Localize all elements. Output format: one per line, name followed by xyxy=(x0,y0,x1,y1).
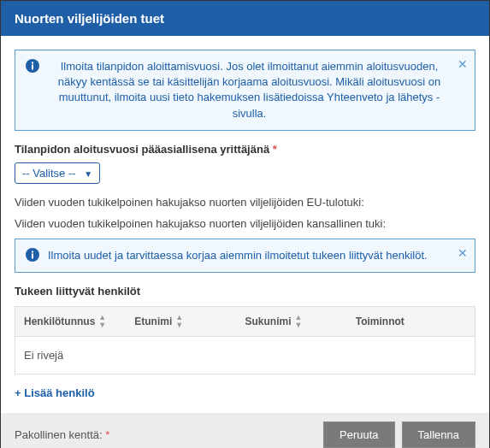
persons-table: Henkilötunnus ▲▼ Etunimi ▲▼ Sukunimi ▲▼ … xyxy=(15,306,475,374)
col-actions-label: Toiminnot xyxy=(356,315,404,327)
col-ssn-label: Henkilötunnus xyxy=(24,315,95,327)
modal: Nuorten viljelijöiden tuet Ilmoita tilan… xyxy=(0,0,490,448)
required-asterisk: * xyxy=(105,428,109,441)
svg-rect-5 xyxy=(32,251,33,252)
info-icon xyxy=(26,59,39,121)
info-box-2: Ilmoita uudet ja tarvittaessa korjaa aie… xyxy=(15,239,475,273)
add-person-button[interactable]: + Lisää henkilö xyxy=(15,386,95,399)
close-icon[interactable]: ✕ xyxy=(458,57,468,71)
modal-title: Nuorten viljelijöiden tuet xyxy=(1,1,489,36)
cancel-button[interactable]: Peruuta xyxy=(323,421,395,448)
national-support-line: Viiden vuoden tukikelpoinen hakujakso nu… xyxy=(15,217,475,230)
svg-rect-2 xyxy=(32,62,33,64)
required-footer: Pakollinen kenttä: * xyxy=(15,428,109,441)
modal-footer: Pakollinen kenttä: * Peruuta Tallenna xyxy=(1,413,489,448)
table-empty: Ei rivejä xyxy=(15,337,475,374)
info-text-1: Ilmoita tilanpidon aloittamisvuosi. Jos … xyxy=(48,59,451,121)
required-asterisk: * xyxy=(273,143,277,156)
year-select[interactable]: -- Valitse -- ▼ xyxy=(15,162,100,184)
close-icon[interactable]: ✕ xyxy=(458,246,468,260)
table-header: Henkilötunnus ▲▼ Etunimi ▲▼ Sukunimi ▲▼ … xyxy=(15,307,475,337)
info-box-1: Ilmoita tilanpidon aloittamisvuosi. Jos … xyxy=(15,50,475,131)
save-button[interactable]: Tallenna xyxy=(402,421,475,448)
chevron-down-icon: ▼ xyxy=(84,169,92,179)
info-text-2: Ilmoita uudet ja tarvittaessa korjaa aie… xyxy=(48,248,451,263)
svg-rect-4 xyxy=(32,253,33,258)
eu-support-line: Viiden vuoden tukikelpoinen hakujakso nu… xyxy=(15,196,475,209)
col-actions: Toiminnot xyxy=(356,314,466,329)
col-lastname[interactable]: Sukunimi ▲▼ xyxy=(245,314,356,329)
sort-icon: ▲▼ xyxy=(175,314,183,329)
modal-body: Ilmoita tilanpidon aloittamisvuosi. Jos … xyxy=(1,36,489,413)
sort-icon: ▲▼ xyxy=(98,314,106,329)
footer-buttons: Peruuta Tallenna xyxy=(323,421,475,448)
col-ssn[interactable]: Henkilötunnus ▲▼ xyxy=(24,314,134,329)
svg-rect-1 xyxy=(32,65,33,70)
persons-title: Tukeen liittyvät henkilöt xyxy=(15,285,475,298)
col-lastname-label: Sukunimi xyxy=(245,315,292,327)
required-label: Pakollinen kenttä: xyxy=(15,428,103,441)
add-person-label: Lisää henkilö xyxy=(24,386,94,399)
year-label-row: Tilanpidon aloitusvuosi pääasiallisena y… xyxy=(15,143,475,156)
col-firstname[interactable]: Etunimi ▲▼ xyxy=(134,314,245,329)
plus-icon: + xyxy=(15,386,24,399)
year-label: Tilanpidon aloitusvuosi pääasiallisena y… xyxy=(15,143,269,156)
info-icon xyxy=(26,248,39,263)
select-value: -- Valitse -- xyxy=(22,167,76,180)
sort-icon: ▲▼ xyxy=(295,314,303,329)
col-firstname-label: Etunimi xyxy=(134,315,172,327)
